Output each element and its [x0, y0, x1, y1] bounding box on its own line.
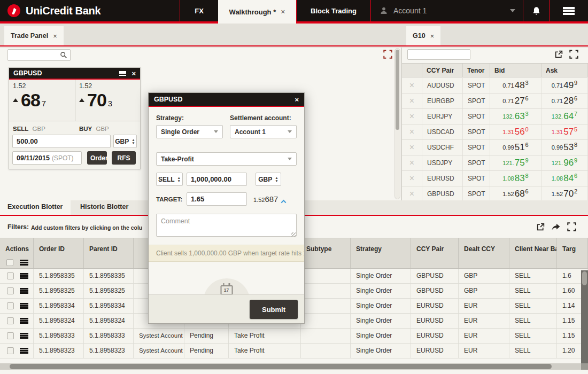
column-header-client-near[interactable]: Client Near Bas — [509, 238, 557, 268]
column-header-subtype[interactable]: Subtype — [301, 238, 351, 268]
close-icon[interactable]: × — [295, 96, 299, 104]
settlement-account-select[interactable]: Account 1 — [230, 125, 297, 138]
calendar-icon[interactable]: 17 — [220, 285, 233, 295]
row-menu-icon[interactable] — [20, 333, 28, 339]
ask-price[interactable]: 1.52702 — [541, 186, 588, 200]
search-input[interactable] — [8, 51, 60, 59]
column-header-ask[interactable]: Ask — [541, 64, 588, 77]
ask-price[interactable]: 0.71286 — [541, 94, 588, 108]
bid-price[interactable]: 1.08838 — [490, 171, 541, 186]
scrollbar-thumb[interactable] — [396, 50, 399, 130]
close-icon[interactable]: × — [281, 7, 285, 16]
tab-trade-panel[interactable]: Trade Panel × — [4, 26, 64, 45]
tab-historic-blotter[interactable]: Historic Blotter — [73, 199, 136, 215]
ask-price[interactable]: 1.08846 — [541, 171, 588, 186]
notifications-button[interactable] — [523, 0, 549, 21]
trade-panel-scrollbar[interactable] — [394, 48, 400, 199]
expand-icon[interactable] — [569, 50, 579, 59]
remove-row-icon[interactable] — [402, 171, 422, 186]
search-input[interactable] — [408, 51, 470, 58]
bid-price[interactable]: 0.71483 — [490, 78, 541, 93]
row-checkbox[interactable] — [7, 332, 14, 339]
popout-icon[interactable] — [554, 50, 564, 59]
buy-price-tile[interactable]: 1.52 70 3 — [75, 80, 140, 121]
tab-g10[interactable]: G10 × — [406, 26, 440, 45]
remove-row-icon[interactable] — [402, 140, 422, 155]
account-selector[interactable]: Account 1 — [371, 0, 523, 21]
bid-price[interactable]: 1.31560 — [490, 124, 541, 139]
column-header-order-id[interactable]: Order ID — [34, 238, 84, 268]
rates-search[interactable] — [407, 49, 470, 60]
side-stepper[interactable]: SELL ▲▼ — [156, 173, 183, 186]
resize-handle[interactable] — [291, 232, 296, 237]
popout-icon[interactable] — [536, 222, 546, 232]
expand-icon[interactable] — [383, 50, 393, 59]
row-menu-icon[interactable] — [20, 273, 28, 279]
ask-price[interactable]: 1.31575 — [541, 124, 588, 139]
bid-price[interactable]: 132.633 — [490, 109, 541, 124]
remove-row-icon[interactable] — [402, 78, 422, 93]
comment-input[interactable] — [156, 214, 297, 237]
bid-price[interactable]: 121.759 — [490, 155, 541, 170]
ticket-menu-icon[interactable] — [119, 71, 126, 76]
instrument-search[interactable] — [7, 49, 71, 61]
remove-row-icon[interactable] — [402, 155, 422, 170]
main-menu-button[interactable] — [550, 0, 588, 21]
remove-row-icon[interactable] — [402, 109, 422, 124]
scrollbar-thumb[interactable] — [10, 364, 552, 369]
order-type-select[interactable]: Take-Profit — [156, 152, 297, 166]
order-amount-input[interactable] — [187, 173, 247, 186]
order-row[interactable]: 5.1.8958323 5.1.8958323 Systest Account … — [0, 344, 588, 359]
submit-button[interactable]: Submit — [250, 300, 298, 319]
nav-tab-block-trading[interactable]: Block Trading — [297, 0, 370, 21]
rfs-button[interactable]: RFS — [112, 151, 136, 165]
column-header-bid[interactable]: Bid — [490, 64, 541, 77]
order-button[interactable]: Order — [87, 151, 107, 165]
bid-price[interactable]: 0.99516 — [490, 140, 541, 155]
column-header-strategy[interactable]: Strategy — [351, 238, 411, 268]
amount-input[interactable] — [12, 135, 111, 148]
ask-price[interactable]: 121.969 — [541, 155, 588, 170]
column-header-ccy-pair[interactable]: CCY Pair — [411, 238, 459, 268]
row-menu-icon[interactable] — [20, 288, 28, 294]
value-date-input[interactable]: 09/11/2015 (SPOT) — [12, 151, 82, 165]
row-checkbox[interactable] — [7, 317, 14, 324]
remove-row-icon[interactable] — [402, 124, 422, 139]
row-checkbox[interactable] — [7, 302, 14, 309]
remove-row-icon[interactable] — [402, 94, 422, 108]
ask-price[interactable]: 0.71499 — [541, 78, 588, 93]
remove-row-icon[interactable] — [402, 186, 422, 200]
order-row[interactable]: 5.1.8958333 5.1.8958333 Systest Account … — [0, 329, 588, 344]
column-header-parent-id[interactable]: Parent ID — [84, 238, 134, 268]
share-icon[interactable] — [551, 222, 561, 232]
nav-tab-fx[interactable]: FX — [180, 0, 218, 21]
scrollbar-thumb[interactable] — [582, 271, 587, 285]
column-header-tenor[interactable]: Tenor — [463, 64, 490, 77]
select-all-checkbox[interactable] — [6, 259, 13, 266]
column-header-target[interactable]: Targ — [557, 238, 588, 268]
close-icon[interactable]: × — [430, 32, 435, 40]
close-icon[interactable]: × — [53, 32, 57, 40]
vertical-scrollbar[interactable] — [581, 270, 588, 363]
row-checkbox[interactable] — [7, 272, 14, 279]
row-menu-icon[interactable] — [20, 348, 28, 354]
expand-icon[interactable] — [567, 222, 577, 232]
close-icon[interactable]: × — [131, 69, 136, 77]
target-rate-input[interactable] — [187, 192, 247, 206]
tab-execution-blotter[interactable]: Execution Blotter — [0, 199, 71, 215]
ask-price[interactable]: 0.99538 — [541, 140, 588, 155]
bid-price[interactable]: 1.52686 — [490, 186, 541, 200]
column-header-ccy-pair[interactable]: CCY Pair — [422, 64, 463, 77]
currency-stepper[interactable]: GBP ▲▼ — [113, 135, 137, 148]
row-checkbox[interactable] — [7, 347, 14, 354]
sell-price-tile[interactable]: 1.52 68 7 — [9, 80, 75, 121]
column-header-actions[interactable]: Actions — [0, 238, 34, 268]
row-menu-icon[interactable] — [20, 303, 28, 309]
row-checkbox[interactable] — [7, 287, 14, 294]
horizontal-scrollbar[interactable] — [0, 363, 581, 370]
row-menu-icon[interactable] — [20, 318, 28, 324]
column-header-dealt-ccy[interactable]: Dealt CCY — [459, 238, 509, 268]
actions-menu-icon[interactable] — [20, 260, 28, 266]
nav-tab-walkthrough[interactable]: Walkthrough * × — [218, 0, 296, 24]
bid-price[interactable]: 0.71276 — [490, 94, 541, 108]
